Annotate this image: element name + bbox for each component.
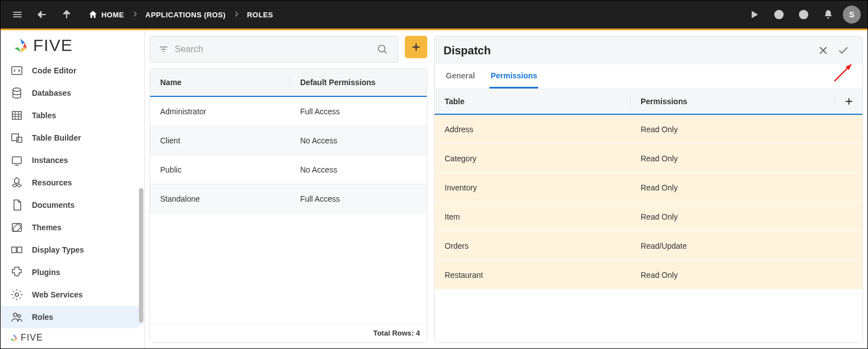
roles-list-panel: Name Default Permissions AdministratorFu… xyxy=(145,30,432,348)
bell-icon[interactable] xyxy=(818,4,838,25)
sidebar-item-label: Resources xyxy=(32,178,72,187)
permission-row[interactable]: OrdersRead/Update xyxy=(435,231,862,260)
cell-table: Orders xyxy=(435,241,631,250)
detail-title: Dispatch xyxy=(444,44,813,57)
svg-point-22 xyxy=(18,315,21,318)
breadcrumb-applications-label: APPLICATIONS (ROS) xyxy=(146,11,226,19)
sidebar-item-database[interactable]: Databases xyxy=(1,82,144,104)
cell-permission: Read/Update xyxy=(631,241,836,250)
col-header-permission[interactable]: Permissions xyxy=(631,97,836,106)
breadcrumb-roles-label: ROLES xyxy=(247,11,273,19)
roles-icon xyxy=(10,310,24,324)
sidebar-item-label: Databases xyxy=(32,89,71,97)
sidebar: FIVE Code EditorDatabasesTablesTable Bui… xyxy=(1,30,145,348)
breadcrumb-home-label: HOME xyxy=(101,11,124,19)
svg-point-21 xyxy=(13,313,17,317)
cell-permission: Read Only xyxy=(631,154,836,163)
permission-row[interactable]: AddressRead Only xyxy=(435,115,862,144)
sidebar-item-document[interactable]: Documents xyxy=(1,194,144,216)
table-row[interactable]: ClientNo Access xyxy=(150,126,427,155)
help-icon[interactable] xyxy=(794,4,814,25)
sidebar-item-label: Tables xyxy=(32,111,56,120)
permission-row[interactable]: ItemRead Only xyxy=(435,202,862,231)
up-icon[interactable] xyxy=(57,4,77,25)
permission-row[interactable]: CategoryRead Only xyxy=(435,144,862,173)
save-button[interactable] xyxy=(833,40,853,61)
logo-mark-icon xyxy=(11,36,30,55)
sidebar-item-table[interactable]: Tables xyxy=(1,104,144,127)
cell-name: Public xyxy=(150,165,290,174)
cell-table: Category xyxy=(435,154,631,163)
hamburger-menu-icon[interactable] xyxy=(7,4,27,25)
permission-row[interactable]: RestaurantRead Only xyxy=(435,260,862,290)
permissions-table-header: Table Permissions xyxy=(435,89,862,115)
svg-rect-1 xyxy=(13,14,22,15)
chevron-right-icon xyxy=(128,10,142,20)
display-type-icon xyxy=(10,243,24,257)
total-rows-label: Total Rows: 4 xyxy=(373,329,420,337)
col-header-table[interactable]: Table xyxy=(435,97,631,106)
search-input[interactable] xyxy=(175,44,371,54)
svg-point-5 xyxy=(803,17,804,17)
logo-text: FIVE xyxy=(33,36,73,55)
code-editor-icon xyxy=(10,64,24,77)
sidebar-item-table-builder[interactable]: Table Builder xyxy=(1,127,144,149)
cell-permission: Read Only xyxy=(631,271,836,280)
plus-icon xyxy=(843,96,855,107)
breadcrumb-home[interactable]: HOME xyxy=(88,10,124,20)
cell-table: Address xyxy=(435,125,631,134)
avatar[interactable]: S xyxy=(843,6,861,24)
cell-table: Inventory xyxy=(435,183,631,192)
tab-general[interactable]: General xyxy=(445,64,476,89)
breadcrumb-roles[interactable]: ROLES xyxy=(247,11,273,19)
col-header-name[interactable]: Name xyxy=(150,78,290,87)
plugin-icon xyxy=(10,266,24,279)
cell-name: Administrator xyxy=(150,107,290,116)
sidebar-item-label: Themes xyxy=(32,223,62,232)
sidebar-item-plugin[interactable]: Plugins xyxy=(1,261,144,283)
roles-table-footer: Total Rows: 4 xyxy=(150,323,427,342)
table-row[interactable]: PublicNo Access xyxy=(150,155,427,184)
svg-point-20 xyxy=(15,293,18,296)
svg-rect-2 xyxy=(13,16,22,17)
cell-permission: No Access xyxy=(290,165,427,174)
deploy-icon[interactable] xyxy=(769,4,789,25)
sidebar-nav[interactable]: Code EditorDatabasesTablesTable BuilderI… xyxy=(1,59,144,329)
sidebar-item-resource[interactable]: Resources xyxy=(1,171,144,194)
cell-name: Standalone xyxy=(150,194,290,203)
roles-table: Name Default Permissions AdministratorFu… xyxy=(150,68,427,343)
close-button[interactable] xyxy=(813,40,833,61)
sidebar-item-theme[interactable]: Themes xyxy=(1,216,144,239)
play-icon[interactable] xyxy=(744,4,764,25)
sidebar-item-label: Code Editor xyxy=(32,66,76,75)
add-permission-button[interactable] xyxy=(836,96,862,107)
sidebar-item-web-service[interactable]: Web Services xyxy=(1,283,144,306)
table-row[interactable]: AdministratorFull Access xyxy=(150,97,427,126)
search-icon[interactable] xyxy=(376,43,389,55)
chevron-right-icon xyxy=(229,10,244,20)
sidebar-item-tools[interactable]: Tools xyxy=(1,328,144,329)
tab-permissions[interactable]: Permissions xyxy=(489,64,538,89)
filter-icon[interactable] xyxy=(158,44,169,55)
breadcrumb-applications[interactable]: APPLICATIONS (ROS) xyxy=(146,11,226,19)
sidebar-item-code-editor[interactable]: Code Editor xyxy=(1,59,144,82)
avatar-initial: S xyxy=(849,10,854,19)
svg-rect-19 xyxy=(17,247,22,253)
cell-permission: Read Only xyxy=(631,125,836,134)
sidebar-item-label: Instances xyxy=(32,156,68,165)
sidebar-footer: FIVE xyxy=(1,329,144,348)
sidebar-item-display-type[interactable]: Display Types xyxy=(1,239,144,261)
sidebar-item-instance[interactable]: Instances xyxy=(1,149,144,171)
table-row[interactable]: StandaloneFull Access xyxy=(150,184,427,213)
permission-row[interactable]: InventoryRead Only xyxy=(435,173,862,202)
web-service-icon xyxy=(10,288,24,301)
back-icon[interactable] xyxy=(32,4,52,25)
svg-rect-15 xyxy=(12,157,21,164)
add-role-button[interactable] xyxy=(405,36,427,58)
col-header-permissions[interactable]: Default Permissions xyxy=(290,78,427,87)
svg-line-31 xyxy=(384,51,386,53)
svg-rect-8 xyxy=(12,111,21,119)
sidebar-item-roles[interactable]: Roles xyxy=(1,306,144,328)
sidebar-item-label: Web Services xyxy=(32,290,83,299)
theme-icon xyxy=(10,221,24,234)
